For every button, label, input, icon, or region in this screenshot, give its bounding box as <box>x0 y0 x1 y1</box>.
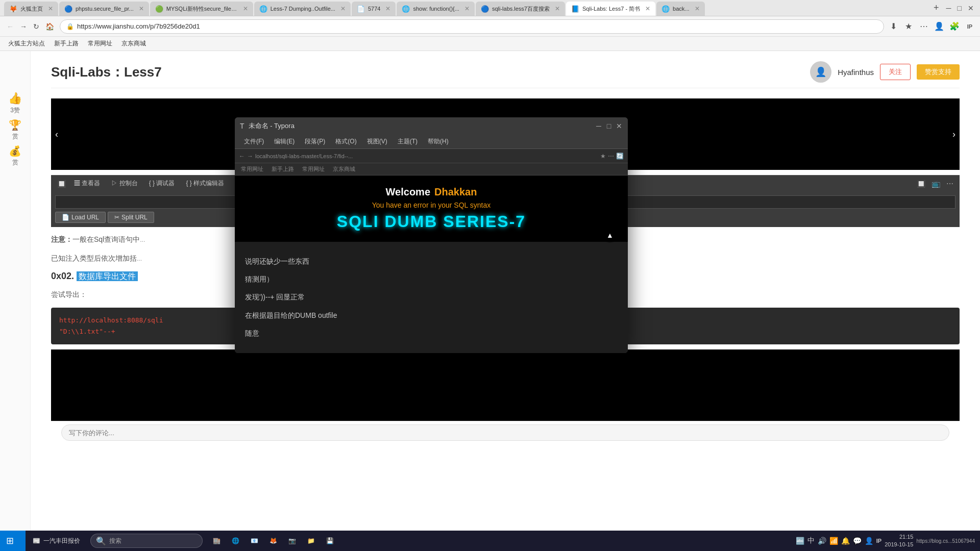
browser-tab-2[interactable]: 🟢MYSQLi新特性secure_file_pri...✕ <box>150 2 253 16</box>
bookmark-firefox[interactable]: 火狐主方站点 <box>4 38 49 49</box>
taskbar-search-box[interactable]: 🔍 搜索 <box>90 534 203 548</box>
tab-close-7[interactable]: ✕ <box>645 5 650 12</box>
typora-menu-edit[interactable]: 编辑(E) <box>269 136 300 147</box>
devtools-inspector-icon[interactable]: 🔲 <box>55 180 68 188</box>
tab-close-2[interactable]: ✕ <box>243 5 248 12</box>
browser-tab-0[interactable]: 🦊火狐主页✕ <box>4 2 58 16</box>
devtools-inspector-btn[interactable]: ☰ 查看器 <box>69 178 105 189</box>
typora-bookmark-1[interactable]: 常用网址 <box>238 165 266 173</box>
devtools-extra-icon3[interactable]: ⋯ <box>944 180 955 188</box>
downloads-icon[interactable]: ⬇ <box>887 20 899 33</box>
browser-tab-7[interactable]: 📘Sqli-Labs: Less7 - 简书✕ <box>566 2 655 16</box>
sqli-series-title: SQLI DUMB SERIES-7 <box>337 212 526 231</box>
typora-addr-icon-2[interactable]: ⋯ <box>608 153 614 160</box>
split-url-button[interactable]: ✂ Split URL <box>108 212 154 223</box>
tray-notify-icon[interactable]: 🔔 <box>841 537 850 545</box>
address-input[interactable]: 🔒 https://www.jianshu.com/p/7b9256de20d1 <box>60 19 884 34</box>
tip-button[interactable]: 💰 赏 <box>9 145 21 167</box>
bookmark-jd[interactable]: 京东商城 <box>117 38 150 49</box>
taskbar-item-explorer[interactable]: 📁 <box>302 532 320 550</box>
tab-close-0[interactable]: ✕ <box>48 5 53 12</box>
tray-keyboard-icon[interactable]: 🔤 <box>796 537 804 545</box>
new-tab-button[interactable]: + <box>930 3 942 13</box>
typora-menu-format[interactable]: 格式(O) <box>330 136 361 147</box>
taskbar-item-db[interactable]: 💾 <box>321 532 339 550</box>
profile-icon[interactable]: 👤 <box>933 20 945 33</box>
more-icon[interactable]: ⋯ <box>918 20 930 33</box>
typora-minimize-button[interactable]: ─ <box>595 122 602 130</box>
typora-bookmark-4[interactable]: 京东商城 <box>330 165 358 173</box>
devtools-extra-icon1[interactable]: 🔲 <box>915 180 927 188</box>
bookmarks-icon[interactable]: ★ <box>902 20 915 33</box>
tab-close-1[interactable]: ✕ <box>139 5 144 12</box>
follow-button[interactable]: 关注 <box>880 64 911 80</box>
typora-close-button[interactable]: ✕ <box>616 122 623 130</box>
typora-bookmark-2[interactable]: 新手上路 <box>268 165 297 173</box>
typora-addr-icon-1[interactable]: ★ <box>600 153 606 160</box>
typora-bookmark-3[interactable]: 常用网址 <box>299 165 328 173</box>
minimize-button[interactable]: ─ <box>944 4 953 12</box>
tab-close-6[interactable]: ✕ <box>555 5 560 12</box>
tray-chat-icon[interactable]: 💬 <box>853 537 862 545</box>
maximize-button[interactable]: □ <box>955 4 964 12</box>
devtools-debugger-btn[interactable]: { } 调试器 <box>144 178 180 189</box>
tray-lang-icon[interactable]: 中 <box>807 536 815 545</box>
tray-ip-label[interactable]: IP <box>876 538 881 544</box>
tray-clock[interactable]: 21:15 2019-10-15 <box>885 533 913 549</box>
load-url-button[interactable]: 📄 Load URL <box>55 212 106 223</box>
highlight-text: 数据库导出文件 <box>77 271 138 281</box>
taskbar-item-news[interactable]: 📰 一汽丰田报价 <box>28 532 85 550</box>
tray-network-icon[interactable]: 📶 <box>829 537 838 545</box>
support-button[interactable]: 赞赏支持 <box>917 64 960 80</box>
bookmark-newbie[interactable]: 新手上路 <box>50 38 83 49</box>
typora-nav-forward[interactable]: → <box>247 153 253 160</box>
tab-close-4[interactable]: ✕ <box>385 5 390 12</box>
devtools-extra-icon2[interactable]: 📺 <box>929 180 942 188</box>
taskbar-item-mail[interactable]: 📧 <box>246 532 263 550</box>
taskbar-item-store[interactable]: 🏬 <box>208 532 226 550</box>
ip-icon[interactable]: IP <box>964 20 976 33</box>
typora-menu-view[interactable]: 视图(V) <box>362 136 393 147</box>
tray-person-icon[interactable]: 👤 <box>865 537 873 545</box>
browser-tab-6[interactable]: 🔵sqli-labs.less7百度搜索✕ <box>476 2 565 16</box>
reward-button[interactable]: 🏆 赏 <box>9 119 21 141</box>
typora-menu-para[interactable]: 段落(P) <box>300 136 330 147</box>
typora-nav-back[interactable]: ← <box>239 153 245 160</box>
devtools-console-btn[interactable]: ▷ 控制台 <box>106 178 142 189</box>
start-button[interactable]: ⊞ <box>0 531 26 551</box>
typora-menu-theme[interactable]: 主题(T) <box>393 136 423 147</box>
reload-button[interactable]: ↻ <box>31 21 42 32</box>
extensions-icon[interactable]: 🧩 <box>948 20 961 33</box>
typora-maximize-button[interactable]: □ <box>605 122 612 130</box>
devtools-style-btn[interactable]: { } 样式编辑器 <box>181 178 229 189</box>
close-button[interactable]: ✕ <box>966 4 976 12</box>
typora-addr-icon-3[interactable]: 🔄 <box>616 153 624 160</box>
tray-volume-icon[interactable]: 🔊 <box>818 537 826 545</box>
image-next-button[interactable]: › <box>948 127 960 142</box>
tab-close-8[interactable]: ✕ <box>695 5 700 12</box>
avatar-image: 👤 <box>815 66 826 78</box>
comment-input[interactable] <box>61 424 949 441</box>
browser-tab-5[interactable]: 🌐show: function(){...✕ <box>397 2 475 16</box>
taskbar-item-browser[interactable]: 🌐 <box>227 532 244 550</box>
browser-tab-4[interactable]: 📄5774✕ <box>352 2 396 16</box>
like-button[interactable]: 👍 3赞 <box>8 92 22 115</box>
bookmark-common[interactable]: 常用网址 <box>84 38 116 49</box>
tab-close-5[interactable]: ✕ <box>464 5 470 12</box>
browser-tab-3[interactable]: 🌐Less-7 Dumping..Outfile...✕ <box>254 2 351 16</box>
taskbar-item-camera[interactable]: 📷 <box>283 532 301 550</box>
scroll-up-button[interactable]: ▲ <box>602 228 618 243</box>
back-button[interactable]: ← <box>4 21 16 32</box>
taskbar-item-firefox[interactable]: 🦊 <box>264 532 282 550</box>
typora-content: Welcome Dhakkan You have an error in you… <box>235 176 628 353</box>
nav-arrows: ← → ↻ 🏠 <box>4 21 57 32</box>
browser-tab-1[interactable]: 🔵phpstu.secure_file_pr...✕ <box>59 2 149 16</box>
typora-menu-file[interactable]: 文件(F) <box>239 136 269 147</box>
tab-close-3[interactable]: ✕ <box>340 5 346 12</box>
browser-tab-8[interactable]: 🌐back...✕ <box>656 2 704 16</box>
forward-button[interactable]: → <box>17 21 30 32</box>
home-button[interactable]: 🏠 <box>43 21 57 32</box>
typora-menu-help[interactable]: 帮助(H) <box>423 136 454 147</box>
image-prev-button[interactable]: ‹ <box>51 127 62 142</box>
store-icon: 🏬 <box>213 537 220 544</box>
